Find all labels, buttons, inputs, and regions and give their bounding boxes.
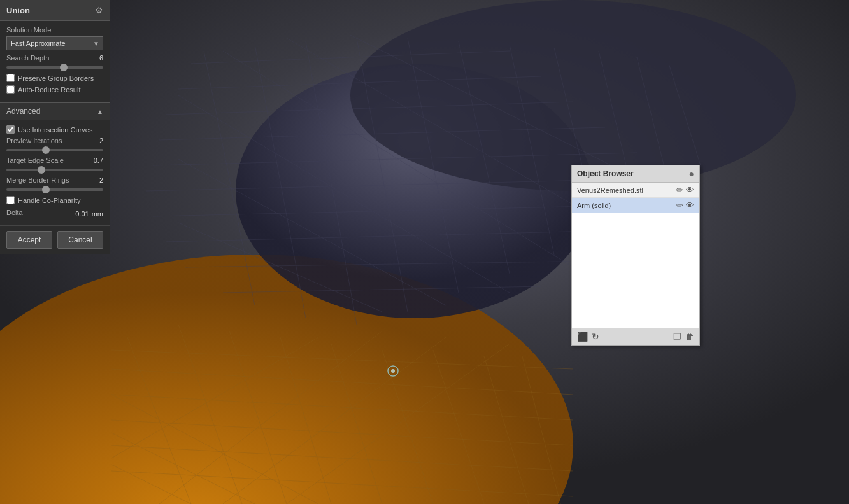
viewport bbox=[0, 0, 849, 504]
ob-item-0-label: Venus2Remeshed.stl bbox=[577, 186, 676, 194]
target-edge-scale-value: 0.7 bbox=[94, 157, 103, 167]
preview-iterations-label: Preview Iterations bbox=[6, 137, 62, 144]
merge-border-rings-label: Merge Border Rings bbox=[6, 176, 69, 184]
use-intersection-curves-label: Use Intersection Curves bbox=[18, 126, 92, 134]
delta-value: 0.01 bbox=[75, 210, 89, 218]
use-intersection-curves-row: Use Intersection Curves bbox=[6, 125, 103, 134]
solution-mode-section: Solution Mode Fast Approximate Exact Rob… bbox=[0, 21, 110, 102]
merge-border-rings-value: 2 bbox=[99, 176, 103, 186]
target-edge-scale-row: Target Edge Scale 0.7 bbox=[6, 157, 103, 171]
solution-mode-select[interactable]: Fast Approximate Exact Robust bbox=[6, 36, 103, 50]
delta-unit: mm bbox=[92, 210, 103, 218]
preview-iterations-label-row: Preview Iterations 2 bbox=[6, 137, 103, 147]
ob-item-1-eye-icon[interactable]: 👁 bbox=[686, 200, 694, 210]
object-browser-title: Object Browser bbox=[577, 169, 634, 178]
accept-button[interactable]: Accept bbox=[6, 231, 52, 249]
object-browser: Object Browser ● Venus2Remeshed.stl ✏ 👁 … bbox=[571, 165, 700, 346]
search-depth-row: Search Depth 6 bbox=[6, 54, 103, 69]
merge-border-rings-slider[interactable] bbox=[6, 188, 103, 191]
ob-rotate-icon[interactable]: ↻ bbox=[592, 332, 599, 342]
preview-iterations-row: Preview Iterations 2 bbox=[6, 137, 103, 151]
preview-iterations-slider[interactable] bbox=[6, 149, 103, 151]
settings-icon[interactable]: ⚙ bbox=[95, 5, 103, 15]
ob-item-1-label: Arm (solid) bbox=[577, 202, 676, 209]
ob-item-0-eye-icon[interactable]: 👁 bbox=[686, 185, 694, 195]
ob-footer-right-icons: ❐ 🗑 bbox=[673, 332, 694, 342]
solution-mode-label: Solution Mode bbox=[6, 26, 103, 34]
advanced-arrow-icon: ▲ bbox=[97, 108, 103, 115]
search-depth-label: Search Depth bbox=[6, 54, 49, 62]
target-edge-scale-slider[interactable] bbox=[6, 169, 103, 171]
delta-label: Delta bbox=[6, 209, 23, 216]
target-edge-scale-label-row: Target Edge Scale 0.7 bbox=[6, 157, 103, 167]
panel-title: Union bbox=[6, 6, 30, 15]
use-intersection-curves-checkbox[interactable] bbox=[6, 125, 15, 134]
advanced-section: Use Intersection Curves Preview Iteratio… bbox=[0, 120, 110, 226]
handle-coplanarity-checkbox[interactable] bbox=[6, 196, 15, 204]
merge-border-rings-row: Merge Border Rings 2 bbox=[6, 176, 103, 191]
delta-row: Delta 0.01 mm bbox=[6, 207, 103, 220]
ob-cube-icon[interactable]: ⬛ bbox=[577, 332, 588, 342]
preserve-group-borders-row: Preserve Group Borders bbox=[6, 74, 103, 82]
left-panel: Union ⚙ Solution Mode Fast Approximate E… bbox=[0, 0, 110, 254]
ob-item-0-icons: ✏ 👁 bbox=[676, 185, 694, 195]
ob-item-1-edit-icon[interactable]: ✏ bbox=[676, 200, 683, 210]
auto-reduce-result-checkbox[interactable] bbox=[6, 85, 15, 94]
delta-value-container: 0.01 mm bbox=[75, 210, 103, 218]
ob-delete-icon[interactable]: 🗑 bbox=[685, 332, 694, 342]
svg-point-3 bbox=[350, 0, 796, 191]
preview-iterations-value: 2 bbox=[99, 137, 103, 147]
object-browser-header: Object Browser ● bbox=[572, 165, 699, 183]
svg-point-54 bbox=[391, 369, 395, 373]
handle-coplanarity-row: Handle Co-Planarity bbox=[6, 196, 103, 204]
auto-reduce-result-label: Auto-Reduce Result bbox=[18, 86, 80, 94]
ob-item-1-icons: ✏ 👁 bbox=[676, 200, 694, 210]
object-browser-footer: ⬛ ↻ ❐ 🗑 bbox=[572, 328, 699, 345]
buttons-row: Accept Cancel bbox=[0, 226, 110, 254]
advanced-section-header[interactable]: Advanced ▲ bbox=[0, 102, 110, 120]
object-browser-content bbox=[572, 213, 699, 328]
ob-footer-left-icons: ⬛ ↻ bbox=[577, 332, 599, 342]
preserve-group-borders-checkbox[interactable] bbox=[6, 74, 15, 82]
ob-item-0[interactable]: Venus2Remeshed.stl ✏ 👁 bbox=[572, 183, 699, 198]
mesh-canvas bbox=[0, 0, 849, 504]
ob-item-1[interactable]: Arm (solid) ✏ 👁 bbox=[572, 198, 699, 213]
handle-coplanarity-label: Handle Co-Planarity bbox=[18, 197, 80, 204]
solution-mode-dropdown-container: Fast Approximate Exact Robust ▼ bbox=[6, 36, 103, 50]
target-edge-scale-label: Target Edge Scale bbox=[6, 157, 64, 164]
panel-header: Union ⚙ bbox=[0, 0, 110, 21]
auto-reduce-result-row: Auto-Reduce Result bbox=[6, 85, 103, 94]
search-depth-slider[interactable] bbox=[6, 66, 103, 69]
merge-border-rings-label-row: Merge Border Rings 2 bbox=[6, 176, 103, 186]
search-depth-label-row: Search Depth 6 bbox=[6, 54, 103, 64]
advanced-label: Advanced bbox=[6, 107, 40, 116]
ob-duplicate-icon[interactable]: ❐ bbox=[673, 332, 681, 342]
object-browser-close-icon[interactable]: ● bbox=[689, 169, 694, 179]
cancel-button[interactable]: Cancel bbox=[57, 231, 103, 249]
ob-item-0-edit-icon[interactable]: ✏ bbox=[676, 185, 683, 195]
preserve-group-borders-label: Preserve Group Borders bbox=[18, 74, 94, 82]
search-depth-value: 6 bbox=[99, 54, 103, 64]
